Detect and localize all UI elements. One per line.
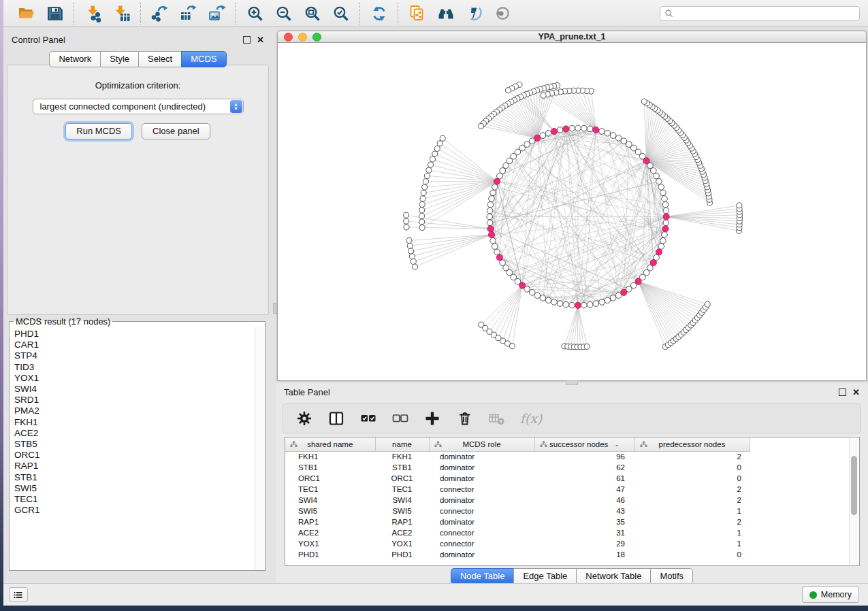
close-table-panel-icon[interactable]: ✕: [852, 389, 860, 395]
zoom-fit-button[interactable]: [302, 3, 322, 23]
cell-MCDS-role[interactable]: connector: [429, 538, 534, 549]
table-row[interactable]: ORC1ORC1dominator610: [285, 473, 750, 484]
close-panel-icon[interactable]: ✕: [257, 37, 264, 43]
tab-style[interactable]: Style: [100, 51, 139, 67]
add-column-button[interactable]: [423, 410, 441, 427]
mcds-result-item[interactable]: PMA2: [14, 406, 255, 416]
cell-predecessor-nodes[interactable]: 0: [634, 462, 750, 473]
tab-select[interactable]: Select: [138, 51, 182, 67]
cell-predecessor-nodes[interactable]: 0: [634, 549, 750, 560]
cell-shared-name[interactable]: FKH1: [285, 451, 375, 462]
cell-MCDS-role[interactable]: dominator: [429, 473, 534, 484]
cell-shared-name[interactable]: ORC1: [285, 473, 375, 484]
cell-name[interactable]: STB1: [375, 462, 429, 473]
mcds-result-item[interactable]: STP4: [14, 350, 255, 361]
import-table-button[interactable]: [112, 3, 131, 23]
mcds-result-item[interactable]: TID3: [14, 362, 255, 373]
mcds-result-item[interactable]: GCR1: [14, 505, 255, 516]
cell-MCDS-role[interactable]: dominator: [429, 549, 534, 560]
column-header-name[interactable]: name: [375, 437, 429, 451]
vertical-splitter[interactable]: [272, 31, 277, 380]
open-session-button[interactable]: [16, 3, 36, 23]
table-row[interactable]: PHD1PHD1dominator180: [285, 549, 750, 560]
save-session-button[interactable]: [45, 3, 65, 23]
cell-shared-name[interactable]: STB1: [285, 462, 375, 473]
column-header-successor-nodes[interactable]: successor nodes⌄: [534, 437, 634, 451]
tab-network-table[interactable]: Network Table: [576, 568, 651, 584]
mcds-result-item[interactable]: ORC1: [14, 450, 255, 461]
cell-name[interactable]: TEC1: [375, 484, 429, 495]
cell-name[interactable]: FKH1: [375, 451, 429, 462]
column-header-predecessor-nodes[interactable]: predecessor nodes: [634, 437, 750, 451]
cell-MCDS-role[interactable]: dominator: [429, 462, 534, 473]
network-canvas[interactable]: [277, 43, 867, 381]
cell-MCDS-role[interactable]: dominator: [429, 495, 534, 506]
export-table-button[interactable]: [178, 3, 198, 23]
search-input[interactable]: [674, 7, 859, 20]
zoom-in-button[interactable]: [245, 3, 265, 23]
float-panel-icon[interactable]: [243, 36, 251, 44]
cell-MCDS-role[interactable]: connector: [429, 506, 534, 516]
network-graph[interactable]: [278, 43, 866, 380]
table-scrollbar[interactable]: [849, 438, 858, 565]
mcds-result-item[interactable]: SWI5: [14, 483, 255, 494]
cell-successor-nodes[interactable]: 29: [534, 538, 634, 549]
column-header-MCDS-role[interactable]: MCDS role: [429, 437, 534, 451]
mcds-result-item[interactable]: SRD1: [14, 395, 255, 406]
cell-name[interactable]: PHD1: [375, 549, 429, 560]
mcds-result-item[interactable]: STB5: [14, 439, 255, 450]
mcds-result-item[interactable]: YOX1: [14, 373, 255, 384]
table-row[interactable]: SWI4SWI4dominator462: [285, 495, 750, 506]
table-row[interactable]: RAP1RAP1dominator352: [285, 516, 750, 527]
cell-successor-nodes[interactable]: 47: [534, 484, 634, 495]
memory-button[interactable]: Memory: [802, 587, 859, 603]
mcds-result-item[interactable]: SWI4: [14, 384, 255, 395]
mcds-result-item[interactable]: RAP1: [14, 461, 255, 472]
cell-predecessor-nodes[interactable]: 2: [634, 451, 750, 462]
cell-predecessor-nodes[interactable]: 1: [634, 538, 750, 549]
cell-predecessor-nodes[interactable]: 2: [634, 495, 750, 506]
task-history-button[interactable]: [9, 587, 28, 602]
clone-network-button[interactable]: [407, 3, 427, 23]
mcds-result-list[interactable]: PHD1CAR1STP4TID3YOX1SWI4SRD1PMA2FKH1ACE2…: [10, 327, 255, 570]
tab-mcds[interactable]: MCDS: [181, 51, 226, 67]
table-row[interactable]: FKH1FKH1dominator962: [285, 451, 750, 462]
cell-MCDS-role[interactable]: connector: [429, 527, 534, 538]
cell-name[interactable]: SWI4: [375, 495, 429, 506]
float-table-panel-icon[interactable]: [839, 389, 846, 396]
mcds-result-item[interactable]: FKH1: [14, 417, 255, 428]
cell-predecessor-nodes[interactable]: 1: [634, 506, 750, 516]
table-row[interactable]: STB1STB1dominator620: [285, 462, 750, 473]
table-row[interactable]: ACE2ACE2connector311: [285, 527, 750, 538]
cell-name[interactable]: SWI5: [375, 506, 429, 516]
cell-shared-name[interactable]: TEC1: [285, 484, 375, 495]
cell-successor-nodes[interactable]: 43: [534, 506, 634, 516]
tab-node-table[interactable]: Node Table: [451, 568, 515, 584]
tab-network[interactable]: Network: [49, 51, 101, 67]
deselect-all-button[interactable]: [391, 410, 409, 427]
table-scrollbar-thumb[interactable]: [851, 456, 857, 515]
mcds-result-item[interactable]: PHD1: [14, 329, 255, 340]
column-header-shared-name[interactable]: shared name: [285, 437, 375, 451]
cell-MCDS-role[interactable]: dominator: [429, 451, 534, 462]
tab-motifs[interactable]: Motifs: [650, 568, 693, 584]
export-image-button[interactable]: [207, 3, 227, 23]
cell-shared-name[interactable]: YOX1: [285, 538, 375, 549]
refresh-network-button[interactable]: [369, 3, 389, 23]
cell-predecessor-nodes[interactable]: 2: [634, 516, 750, 527]
network-window-titlebar[interactable]: YPA_prune.txt_1: [277, 31, 867, 43]
cell-successor-nodes[interactable]: 61: [534, 473, 634, 484]
cell-MCDS-role[interactable]: dominator: [429, 516, 534, 527]
hide-annotations-button[interactable]: [464, 3, 484, 23]
run-mcds-button[interactable]: Run MCDS: [65, 123, 132, 139]
cell-name[interactable]: ORC1: [375, 473, 429, 484]
cell-predecessor-nodes[interactable]: 2: [634, 484, 750, 495]
cell-successor-nodes[interactable]: 46: [534, 495, 634, 506]
tab-edge-table[interactable]: Edge Table: [513, 568, 577, 584]
toggle-panels-button[interactable]: [327, 410, 345, 427]
cell-successor-nodes[interactable]: 31: [534, 527, 634, 538]
cell-shared-name[interactable]: SWI5: [285, 506, 375, 516]
delete-columns-button[interactable]: [455, 410, 473, 427]
zoom-out-button[interactable]: [274, 3, 293, 23]
table-settings-button[interactable]: [295, 410, 313, 427]
